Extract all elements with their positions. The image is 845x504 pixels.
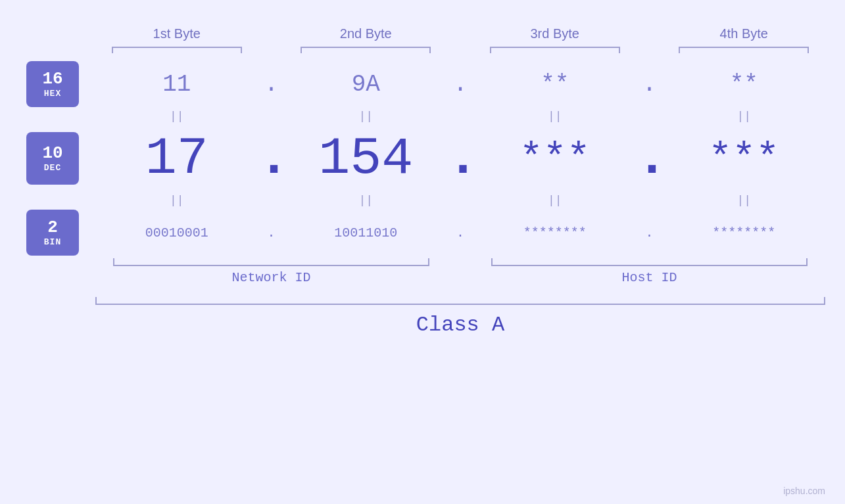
outer-bracket <box>95 297 825 305</box>
dec-dot1: . <box>258 129 285 189</box>
bin-b1: 00010001 <box>95 225 258 241</box>
bin-dot3: . <box>637 225 663 241</box>
bracket-byte1 <box>112 47 242 53</box>
dec-dot3: . <box>637 129 663 189</box>
class-label: Class A <box>95 313 825 337</box>
hex-badge: 16 HEX <box>26 61 79 107</box>
byte1-header: 1st Byte <box>95 26 258 41</box>
eq4: || <box>663 110 826 123</box>
eq8: || <box>663 194 826 207</box>
hex-badge-label: HEX <box>44 89 61 99</box>
dec-b3: *** <box>473 136 637 181</box>
network-id-label: Network ID <box>231 270 310 285</box>
watermark: ipshu.com <box>783 486 825 496</box>
bracket-byte4 <box>679 47 809 53</box>
dec-b2: 154 <box>285 129 448 189</box>
eq5: || <box>95 194 258 207</box>
host-id-label: Host ID <box>621 270 677 285</box>
dec-b1: 17 <box>95 129 258 189</box>
main-container: 1st Byte 2nd Byte 3rd Byte 4th Byte 16 H… <box>0 13 845 504</box>
byte3-header: 3rd Byte <box>473 26 637 41</box>
bin-dot1: . <box>258 225 285 241</box>
bracket-byte2 <box>301 47 431 53</box>
dec-dot2: . <box>447 129 473 189</box>
bottom-bracket-network <box>113 258 430 266</box>
dec-badge-label: DEC <box>44 163 61 173</box>
hex-b2: 9A <box>285 71 448 98</box>
byte4-header: 4th Byte <box>663 26 826 41</box>
bin-dot2: . <box>447 225 473 241</box>
hex-dot3: . <box>637 71 663 98</box>
bin-b4: ******** <box>663 225 826 241</box>
hex-badge-num: 16 <box>42 70 62 89</box>
eq6: || <box>285 194 448 207</box>
eq2: || <box>285 110 448 123</box>
dec-badge-num: 10 <box>42 144 62 163</box>
bracket-byte3 <box>490 47 620 53</box>
bottom-bracket-host <box>491 258 808 266</box>
bin-b2: 10011010 <box>285 225 448 241</box>
dec-b4: *** <box>663 136 826 181</box>
hex-b1: 11 <box>95 71 258 98</box>
eq3: || <box>473 110 637 123</box>
bin-badge-label: BIN <box>44 237 61 247</box>
bin-b3: ******** <box>473 225 637 241</box>
byte2-header: 2nd Byte <box>285 26 448 41</box>
hex-b4: ** <box>663 71 826 98</box>
hex-b3: ** <box>473 71 637 98</box>
hex-dot2: . <box>447 71 473 98</box>
eq1: || <box>95 110 258 123</box>
dec-badge: 10 DEC <box>26 132 79 185</box>
bin-badge: 2 BIN <box>26 210 79 256</box>
hex-dot1: . <box>258 71 285 98</box>
eq7: || <box>473 194 637 207</box>
bin-badge-num: 2 <box>47 218 58 237</box>
